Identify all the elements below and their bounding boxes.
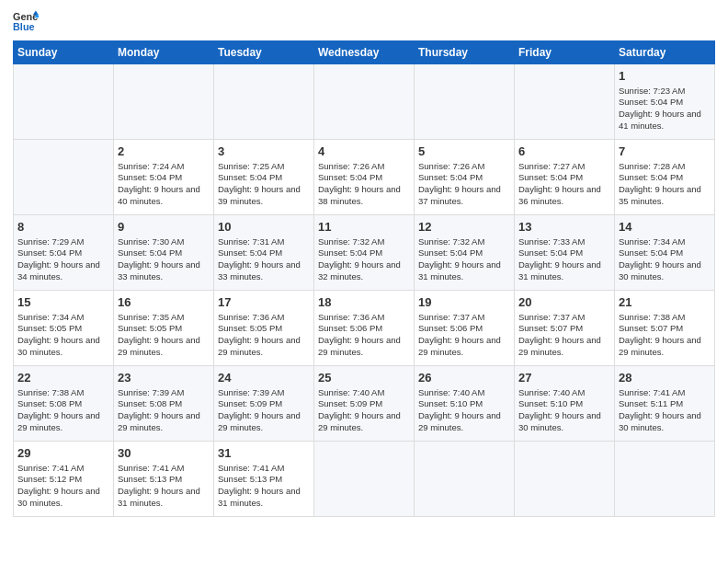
- day-number: 6: [518, 144, 610, 160]
- empty-cell: [615, 442, 715, 517]
- day-number: 7: [619, 144, 711, 160]
- day-number: 2: [118, 144, 210, 160]
- day-cell-10: 10Sunrise: 7:31 AMSunset: 5:04 PMDayligh…: [214, 215, 314, 291]
- day-cell-13: 13Sunrise: 7:33 AMSunset: 5:04 PMDayligh…: [515, 215, 615, 291]
- day-number: 10: [218, 219, 310, 236]
- day-cell-26: 26Sunrise: 7:40 AMSunset: 5:10 PMDayligh…: [415, 366, 515, 442]
- day-number: 19: [418, 294, 510, 311]
- day-cell-1: 1Sunrise: 7:23 AMSunset: 5:04 PMDaylight…: [615, 64, 715, 140]
- day-cell-29: 29Sunrise: 7:41 AMSunset: 5:12 PMDayligh…: [14, 442, 114, 517]
- day-cell-24: 24Sunrise: 7:39 AMSunset: 5:09 PMDayligh…: [214, 366, 314, 442]
- day-cell-20: 20Sunrise: 7:37 AMSunset: 5:07 PMDayligh…: [515, 291, 615, 366]
- day-number: 21: [619, 294, 711, 311]
- day-number: 1: [619, 68, 711, 85]
- day-cell-12: 12Sunrise: 7:32 AMSunset: 5:04 PMDayligh…: [415, 215, 515, 291]
- day-number: 20: [518, 294, 610, 311]
- day-cell-25: 25Sunrise: 7:40 AMSunset: 5:09 PMDayligh…: [314, 366, 415, 442]
- day-cell-30: 30Sunrise: 7:41 AMSunset: 5:13 PMDayligh…: [114, 442, 214, 517]
- day-cell-23: 23Sunrise: 7:39 AMSunset: 5:08 PMDayligh…: [114, 366, 214, 442]
- day-number: 11: [318, 219, 410, 236]
- day-cell-14: 14Sunrise: 7:34 AMSunset: 5:04 PMDayligh…: [615, 215, 715, 291]
- day-cell-28: 28Sunrise: 7:41 AMSunset: 5:11 PMDayligh…: [615, 366, 715, 442]
- day-cell-9: 9Sunrise: 7:30 AMSunset: 5:04 PMDaylight…: [114, 215, 214, 291]
- header-row-days: SundayMondayTuesdayWednesdayThursdayFrid…: [14, 41, 715, 64]
- day-cell-17: 17Sunrise: 7:36 AMSunset: 5:05 PMDayligh…: [214, 291, 314, 366]
- day-cell-31: 31Sunrise: 7:41 AMSunset: 5:13 PMDayligh…: [214, 442, 314, 517]
- day-cell-15: 15Sunrise: 7:34 AMSunset: 5:05 PMDayligh…: [14, 291, 114, 366]
- day-number: 17: [218, 294, 310, 311]
- day-cell-18: 18Sunrise: 7:36 AMSunset: 5:06 PMDayligh…: [314, 291, 415, 366]
- day-number: 22: [17, 370, 109, 386]
- empty-cell: [14, 140, 114, 215]
- empty-cell: [314, 442, 415, 517]
- day-number: 29: [17, 445, 109, 462]
- col-header-thursday: Thursday: [415, 41, 515, 64]
- day-number: 16: [118, 294, 210, 311]
- empty-cell: [14, 64, 114, 140]
- header-row: General Blue: [13, 9, 715, 35]
- day-number: 8: [17, 219, 109, 236]
- day-cell-22: 22Sunrise: 7:38 AMSunset: 5:08 PMDayligh…: [14, 366, 114, 442]
- col-header-tuesday: Tuesday: [214, 41, 314, 64]
- calendar-container: General Blue SundayMondayTuesdayWednesda…: [0, 0, 728, 524]
- day-cell-11: 11Sunrise: 7:32 AMSunset: 5:04 PMDayligh…: [314, 215, 415, 291]
- day-number: 18: [318, 294, 410, 311]
- col-header-monday: Monday: [114, 41, 214, 64]
- empty-cell: [314, 64, 415, 140]
- logo-icon: General Blue: [13, 9, 39, 35]
- day-cell-3: 3Sunrise: 7:25 AMSunset: 5:04 PMDaylight…: [214, 140, 314, 215]
- day-number: 24: [218, 370, 310, 386]
- day-cell-8: 8Sunrise: 7:29 AMSunset: 5:04 PMDaylight…: [14, 215, 114, 291]
- day-cell-2: 2Sunrise: 7:24 AMSunset: 5:04 PMDaylight…: [114, 140, 214, 215]
- day-number: 4: [318, 144, 410, 160]
- empty-cell: [415, 442, 515, 517]
- col-header-sunday: Sunday: [14, 41, 114, 64]
- day-number: 23: [118, 370, 210, 386]
- svg-text:Blue: Blue: [13, 21, 35, 32]
- logo: General Blue: [13, 9, 39, 35]
- day-number: 30: [118, 445, 210, 462]
- empty-cell: [214, 64, 314, 140]
- day-number: 15: [17, 294, 109, 311]
- col-header-wednesday: Wednesday: [314, 41, 415, 64]
- day-cell-7: 7Sunrise: 7:28 AMSunset: 5:04 PMDaylight…: [615, 140, 715, 215]
- day-number: 27: [518, 370, 610, 386]
- day-number: 3: [218, 144, 310, 160]
- day-number: 25: [318, 370, 410, 386]
- calendar-table: SundayMondayTuesdayWednesdayThursdayFrid…: [13, 40, 715, 517]
- day-number: 28: [619, 370, 711, 386]
- empty-cell: [515, 442, 615, 517]
- day-number: 14: [619, 219, 711, 236]
- empty-cell: [415, 64, 515, 140]
- day-number: 5: [418, 144, 510, 160]
- day-cell-16: 16Sunrise: 7:35 AMSunset: 5:05 PMDayligh…: [114, 291, 214, 366]
- empty-cell: [515, 64, 615, 140]
- empty-cell: [114, 64, 214, 140]
- day-number: 12: [418, 219, 510, 236]
- day-cell-4: 4Sunrise: 7:26 AMSunset: 5:04 PMDaylight…: [314, 140, 415, 215]
- day-cell-27: 27Sunrise: 7:40 AMSunset: 5:10 PMDayligh…: [515, 366, 615, 442]
- day-number: 13: [518, 219, 610, 236]
- day-cell-19: 19Sunrise: 7:37 AMSunset: 5:06 PMDayligh…: [415, 291, 515, 366]
- day-cell-21: 21Sunrise: 7:38 AMSunset: 5:07 PMDayligh…: [615, 291, 715, 366]
- day-number: 9: [118, 219, 210, 236]
- day-number: 26: [418, 370, 510, 386]
- day-cell-6: 6Sunrise: 7:27 AMSunset: 5:04 PMDaylight…: [515, 140, 615, 215]
- day-number: 31: [218, 445, 310, 462]
- col-header-saturday: Saturday: [615, 41, 715, 64]
- day-cell-5: 5Sunrise: 7:26 AMSunset: 5:04 PMDaylight…: [415, 140, 515, 215]
- col-header-friday: Friday: [515, 41, 615, 64]
